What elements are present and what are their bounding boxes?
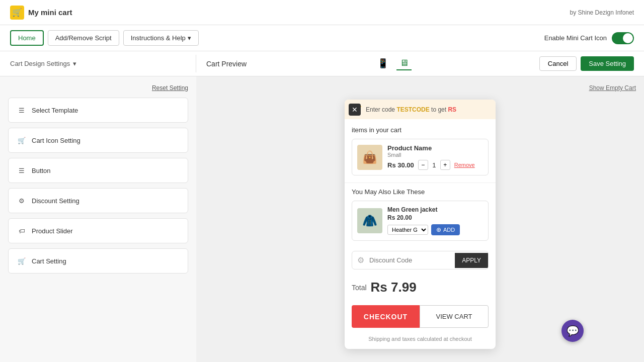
item-price-row: Rs 30.00 − 1 + Remove [387,160,483,170]
sidebar-item-label: Button [32,167,51,174]
navbar-left: Home Add/Remove Script Instructions & He… [10,30,199,46]
cart-design-settings[interactable]: Cart Design Settings ▾ [0,55,196,72]
app-title: My mini cart [28,8,72,17]
items-in-cart-title: items in your cart [352,126,489,134]
product-actions: Heather G ⊕ ADD [387,224,483,235]
toggle-label: Enable Mini Cart Icon [544,34,607,42]
view-cart-button[interactable]: VIEW CART [420,305,489,328]
checkout-section: CHECKOUT VIEW CART [345,300,496,333]
navbar-right: Enable Mini Cart Icon [544,32,634,44]
cart-items-section: items in your cart 👜 Product Name Small … [345,119,496,183]
sidebar-item-label: Discount Setting [32,197,79,205]
header-left: 🛒 My mini cart [10,6,72,20]
sidebar-item-button[interactable]: ☰ Button [8,158,188,183]
promo-code: TESTCODE [396,106,429,113]
sidebar-item-cart-icon-setting[interactable]: 🛒 Cart Icon Setting [8,128,188,153]
sidebar-item-label: Product Slider [32,227,73,235]
subheader: Cart Design Settings ▾ Cart Preview 📱 🖥 … [0,51,644,76]
toggle-switch[interactable] [612,32,634,44]
item-variant: Small [387,152,483,158]
reset-setting-link[interactable]: Reset Setting [8,84,188,92]
promo-text: Enter code TESTCODE to get RS [366,106,456,113]
product-info: Men Green jacket Rs 20.00 Heather G ⊕ AD… [387,206,483,235]
add-icon: ⊕ [436,226,441,233]
total-section: Total Rs 7.99 [345,275,496,300]
desktop-icon[interactable]: 🖥 [396,57,412,70]
product-price: Rs 20.00 [387,214,483,221]
chevron-down-icon: ▾ [73,60,76,67]
qty-control: − 1 + [418,160,450,170]
close-button[interactable]: ✕ [349,104,361,116]
sidebar-item-discount-setting[interactable]: ⚙ Discount Setting [8,188,188,213]
cart-preview-label: Cart Preview [206,60,247,68]
total-row: Total Rs 7.99 [352,280,489,295]
sidebar-item-label: Cart Setting [32,257,66,265]
header: 🛒 My mini cart by Shine Dezign Infonet [0,0,644,25]
button-icon: ☰ [17,165,27,175]
product-name: Men Green jacket [387,206,483,213]
cart-item: 👜 Product Name Small Rs 30.00 − 1 + Remo… [352,139,489,175]
subheader-actions: Cancel Save Setting [539,56,634,71]
save-setting-button[interactable]: Save Setting [581,56,634,71]
item-price: Rs 30.00 [387,161,414,169]
discount-icon: ⚙ [17,196,27,206]
home-button[interactable]: Home [10,30,44,46]
enable-mini-cart-toggle[interactable] [612,32,634,44]
remove-link[interactable]: Remove [454,162,475,168]
preview-area: Show Empty Cart ✕ 👑 Enter code TESTCODE … [196,76,644,362]
sidebar: Reset Setting ☰ Select Template 🛒 Cart I… [0,76,196,362]
device-icons: 📱 🖥 [374,57,412,70]
mobile-icon[interactable]: 📱 [374,57,391,70]
template-icon: ☰ [17,105,27,115]
total-amount: Rs 7.99 [371,280,417,295]
also-like-title: You May Also Like These [352,188,489,196]
discount-code-input[interactable] [369,252,455,268]
show-empty-cart-link[interactable]: Show Empty Cart [589,84,636,92]
shipping-note: Shipping and taxes calculated at checkou… [345,333,496,349]
cancel-button[interactable]: Cancel [539,56,577,71]
chevron-down-icon: ▾ [188,34,191,42]
instructions-button[interactable]: Instructions & Help ▾ [123,30,199,46]
checkout-button[interactable]: CHECKOUT [352,305,420,328]
cart-modal: ✕ 👑 Enter code TESTCODE to get RS items … [345,100,496,349]
total-label: Total [352,284,367,292]
discount-section: ⚙ APPLY [345,246,496,275]
add-to-cart-button[interactable]: ⊕ ADD [431,224,460,235]
product-image: 🧥 [357,208,382,233]
navbar: Home Add/Remove Script Instructions & He… [0,25,644,51]
sidebar-item-label: Cart Icon Setting [32,137,80,144]
variant-select[interactable]: Heather G [387,225,428,235]
logo-icon: 🛒 [10,6,24,20]
apply-discount-button[interactable]: APPLY [455,253,488,268]
chat-bubble[interactable]: 💬 [561,320,584,342]
cart-design-label: Cart Design Settings [10,60,70,67]
cart-icon: 🛒 [17,135,27,145]
qty-decrease-button[interactable]: − [418,160,428,170]
qty-increase-button[interactable]: + [440,160,450,170]
product-card: 🧥 Men Green jacket Rs 20.00 Heather G ⊕ … [352,201,489,241]
promo-banner: 👑 Enter code TESTCODE to get RS [345,100,496,119]
sidebar-item-cart-setting[interactable]: 🛒 Cart Setting [8,248,188,274]
sidebar-item-product-slider[interactable]: 🏷 Product Slider [8,218,188,243]
item-info: Product Name Small Rs 30.00 − 1 + Remove [387,144,483,170]
sidebar-item-select-template[interactable]: ☰ Select Template [8,98,188,123]
promo-rs: RS [448,106,456,113]
item-name: Product Name [387,144,483,152]
also-like-section: You May Also Like These 🧥 Men Green jack… [345,183,496,246]
toggle-knob [623,33,633,43]
item-image: 👜 [357,145,382,170]
cart-setting-icon: 🛒 [17,256,27,266]
main-layout: Reset Setting ☰ Select Template 🛒 Cart I… [0,76,644,362]
header-byline: by Shine Dezign Infonet [570,9,634,16]
sidebar-item-label: Select Template [32,107,78,114]
subheader-right: Cart Preview 📱 🖥 Cancel Save Setting [196,51,644,76]
qty-value: 1 [430,161,438,169]
discount-code-icon: ⚙ [352,251,369,269]
add-remove-button[interactable]: Add/Remove Script [48,30,119,46]
discount-row: ⚙ APPLY [352,251,489,269]
product-slider-icon: 🏷 [17,226,27,236]
